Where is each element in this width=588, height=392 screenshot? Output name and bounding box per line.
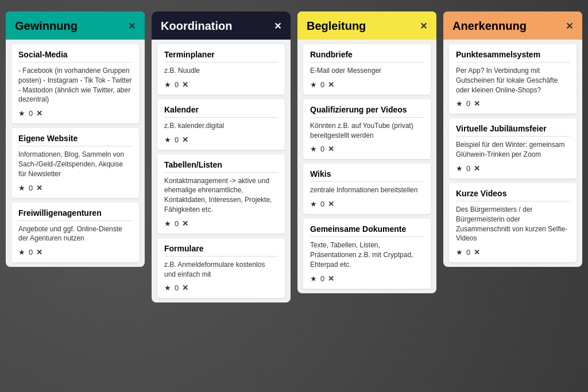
card-close-c3[interactable]: ✕ [36, 248, 42, 257]
column-header-col3: Begleitung✕ [297, 11, 436, 40]
card-close-c12[interactable]: ✕ [474, 99, 480, 108]
card-footer-c1: ★0✕ [18, 109, 132, 118]
star-icon-c12[interactable]: ★ [456, 99, 463, 108]
vote-count-c7: 0 [175, 284, 179, 292]
card-title-c1: Social-Media [18, 50, 132, 63]
column-header-col2: Koordination✕ [152, 11, 291, 40]
card-title-c14: Kurze Videos [456, 189, 570, 201]
column-close-col4[interactable]: ✕ [566, 21, 573, 32]
star-icon-c5[interactable]: ★ [164, 135, 171, 144]
vote-count-c1: 0 [29, 109, 33, 118]
card-title-c11: Gemeinsame Dokumente [310, 224, 424, 237]
star-icon-c11[interactable]: ★ [310, 274, 317, 283]
kanban-board: Gewinnung✕Social-Media- Facebook (in vor… [6, 11, 582, 302]
card-body-c3: Angebote und ggf. Online-Dienste der Age… [18, 224, 132, 244]
card-body-c8: E-Mail oder Messenger [310, 66, 424, 76]
card-body-c9: Könnten z.B. auf YouTube (privat) bereit… [310, 121, 424, 141]
column-close-col1[interactable]: ✕ [128, 21, 136, 32]
card-footer-c3: ★0✕ [18, 248, 132, 257]
card-c7: Formularez.B. Anmeldeformulare kostenlos… [157, 238, 285, 298]
card-body-c5: z.B. kalender.digital [164, 121, 278, 131]
card-footer-c5: ★0✕ [164, 135, 278, 144]
card-close-c11[interactable]: ✕ [328, 274, 334, 283]
star-icon-c13[interactable]: ★ [456, 164, 463, 173]
star-icon-c2[interactable]: ★ [18, 184, 25, 192]
card-title-c2: Eigene Website [18, 134, 132, 146]
card-footer-c4: ★0✕ [164, 80, 278, 89]
column-header-col4: Anerkennung✕ [443, 11, 582, 40]
card-close-c9[interactable]: ✕ [328, 145, 334, 153]
card-footer-c7: ★0✕ [164, 284, 278, 292]
star-icon-c4[interactable]: ★ [164, 80, 171, 89]
vote-count-c11: 0 [320, 274, 324, 283]
card-body-c4: z.B. Nuudle [164, 66, 278, 76]
card-title-c8: Rundbriefe [310, 50, 424, 63]
star-icon-c3[interactable]: ★ [18, 248, 25, 257]
card-close-c5[interactable]: ✕ [182, 135, 188, 144]
card-c3: FreiwilligenagenturenAngebote und ggf. O… [11, 203, 139, 263]
card-title-c12: Punktesammelsystem [456, 50, 570, 63]
card-close-c13[interactable]: ✕ [474, 164, 480, 173]
star-icon-c10[interactable]: ★ [310, 200, 317, 208]
card-close-c2[interactable]: ✕ [36, 184, 42, 192]
card-close-c1[interactable]: ✕ [36, 109, 42, 118]
card-title-c3: Freiwilligenagenturen [18, 208, 132, 221]
column-col3: Begleitung✕RundbriefeE-Mail oder Messeng… [297, 11, 436, 293]
card-close-c8[interactable]: ✕ [328, 80, 334, 89]
column-col4: Anerkennung✕PunktesammelsystemPer App? I… [443, 11, 582, 267]
vote-count-c4: 0 [175, 80, 179, 89]
card-c8: RundbriefeE-Mail oder Messenger★0✕ [303, 44, 431, 95]
card-body-c12: Per App? In Verbindung mit Gutscheinen f… [456, 66, 570, 95]
card-c9: Qualifizierung per VideosKönnten z.B. au… [303, 99, 431, 160]
column-body-col4: PunktesammelsystemPer App? In Verbindung… [443, 40, 582, 267]
card-c12: PunktesammelsystemPer App? In Verbindung… [449, 44, 577, 114]
card-footer-c10: ★0✕ [310, 200, 424, 208]
column-body-col1: Social-Media- Facebook (in vorhandene Gr… [6, 40, 145, 267]
card-footer-c8: ★0✕ [310, 80, 424, 89]
card-body-c2: Informationen, Blog, Sammeln von Sach-/G… [18, 150, 132, 178]
card-body-c13: Beispiel für den Winter: gemeinsam Glühw… [456, 140, 570, 160]
card-c13: Virtuelle JubiläumsfeierBeispiel für den… [449, 118, 577, 178]
vote-count-c5: 0 [175, 135, 179, 144]
card-c4: Terminplanerz.B. Nuudle★0✕ [157, 44, 285, 95]
card-c5: Kalenderz.B. kalender.digital★0✕ [157, 99, 285, 150]
card-body-c11: Texte, Tabellen, Listen, Präsentationen … [310, 240, 424, 269]
card-footer-c14: ★0✕ [456, 248, 570, 257]
column-close-col3[interactable]: ✕ [420, 21, 427, 32]
star-icon-c6[interactable]: ★ [164, 219, 171, 228]
card-close-c14[interactable]: ✕ [474, 248, 480, 257]
card-c6: Tabellen/ListenKontaktmanagement -> akti… [157, 154, 285, 234]
column-col1: Gewinnung✕Social-Media- Facebook (in vor… [6, 11, 145, 267]
vote-count-c2: 0 [29, 184, 33, 192]
column-body-col3: RundbriefeE-Mail oder Messenger★0✕Qualif… [297, 40, 436, 293]
card-c10: Wikiszentrale Informationen bereitstelle… [303, 164, 431, 214]
card-footer-c9: ★0✕ [310, 145, 424, 153]
card-title-c13: Virtuelle Jubiläumsfeier [456, 124, 570, 137]
card-title-c9: Qualifizierung per Videos [310, 105, 424, 118]
star-icon-c14[interactable]: ★ [456, 248, 463, 257]
card-c2: Eigene WebsiteInformationen, Blog, Samme… [11, 128, 139, 197]
card-body-c6: Kontaktmanagement -> aktive und ehemalig… [164, 176, 278, 215]
vote-count-c13: 0 [466, 164, 470, 173]
card-close-c10[interactable]: ✕ [328, 200, 334, 208]
star-icon-c1[interactable]: ★ [18, 109, 25, 118]
star-icon-c9[interactable]: ★ [310, 145, 317, 153]
card-close-c6[interactable]: ✕ [182, 219, 188, 228]
star-icon-c8[interactable]: ★ [310, 80, 317, 89]
vote-count-c14: 0 [466, 248, 470, 257]
card-title-c5: Kalender [164, 105, 278, 118]
vote-count-c10: 0 [320, 200, 324, 208]
star-icon-c7[interactable]: ★ [164, 284, 171, 292]
card-close-c7[interactable]: ✕ [182, 284, 188, 292]
card-footer-c6: ★0✕ [164, 219, 278, 228]
vote-count-c9: 0 [320, 145, 324, 153]
card-close-c4[interactable]: ✕ [182, 80, 188, 89]
column-body-col2: Terminplanerz.B. Nuudle★0✕Kalenderz.B. k… [152, 40, 291, 302]
vote-count-c12: 0 [466, 99, 470, 108]
column-title-col2: Koordination [161, 20, 232, 33]
card-c1: Social-Media- Facebook (in vorhandene Gr… [11, 44, 139, 123]
column-title-col4: Anerkennung [452, 20, 527, 33]
card-c11: Gemeinsame DokumenteTexte, Tabellen, Lis… [303, 219, 431, 288]
column-close-col2[interactable]: ✕ [274, 21, 281, 32]
card-title-c6: Tabellen/Listen [164, 160, 278, 173]
